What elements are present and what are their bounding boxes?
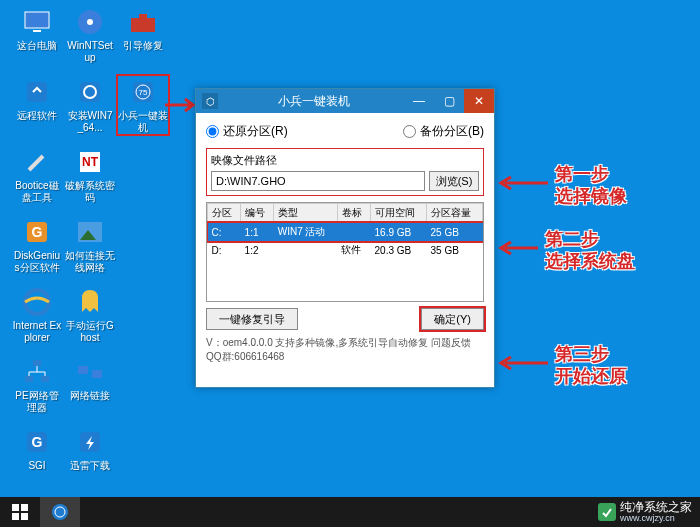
- svg-rect-23: [92, 370, 102, 378]
- icon-label: 小兵一键装机: [118, 110, 168, 134]
- restore-radio[interactable]: 还原分区(R): [206, 123, 288, 140]
- connection-icon: [74, 356, 106, 388]
- image-path-label: 映像文件路径: [211, 153, 479, 168]
- desktop-icon-bootice[interactable]: Bootice磁盘工具: [12, 146, 62, 204]
- image-path-group: 映像文件路径 浏览(S): [206, 148, 484, 196]
- desktop-icon-remote[interactable]: 远程软件: [12, 76, 62, 122]
- task-item-installer[interactable]: [40, 497, 80, 527]
- backup-radio[interactable]: 备份分区(B): [403, 123, 484, 140]
- thunder-icon: [74, 426, 106, 458]
- col-type[interactable]: 类型: [274, 204, 338, 223]
- col-partition[interactable]: 分区: [208, 204, 241, 223]
- installer-window: ⬡ 小兵一键装机 — ▢ ✕ 还原分区(R) 备份分区(B) 映像文件路径: [195, 88, 495, 388]
- desktop-icon-network-link[interactable]: 网络链接: [65, 356, 115, 402]
- col-free[interactable]: 可用空间: [371, 204, 427, 223]
- icon-label: 引导修复: [118, 40, 168, 52]
- icon-label: DiskGenius分区软件: [12, 250, 62, 274]
- svg-rect-21: [41, 376, 49, 382]
- svg-rect-4: [131, 18, 155, 32]
- network-icon: [21, 356, 53, 388]
- svg-rect-6: [27, 82, 47, 102]
- desktop-icon-thunder[interactable]: 迅雷下载: [65, 426, 115, 472]
- svg-rect-19: [33, 360, 41, 366]
- installer-icon: 75: [127, 76, 159, 108]
- watermark-name: 纯净系统之家: [620, 501, 692, 513]
- watermark-url: www.cwjzy.cn: [620, 513, 692, 523]
- app-icon: ⬡: [202, 93, 218, 109]
- start-button[interactable]: [0, 497, 40, 527]
- step3-title: 第三步: [555, 343, 627, 365]
- desktop-icon-pe-network[interactable]: PE网络管理器: [12, 356, 62, 414]
- icon-label: 网络链接: [65, 390, 115, 402]
- windows-icon: [12, 504, 28, 520]
- svg-point-18: [25, 290, 49, 314]
- minimize-button[interactable]: —: [404, 89, 434, 113]
- mode-row: 还原分区(R) 备份分区(B): [206, 123, 484, 140]
- desktop-icon-winntsetup[interactable]: WinNTSetup: [65, 6, 115, 64]
- toolbox-icon: [127, 6, 159, 38]
- disk-icon: [74, 6, 106, 38]
- icon-label: 破解系统密码: [65, 180, 115, 204]
- desktop-icon-xiaobing-installer[interactable]: 75 小兵一键装机: [118, 76, 168, 134]
- desktop-icon-this-pc[interactable]: 这台电脑: [12, 6, 62, 52]
- svg-rect-20: [25, 376, 33, 382]
- col-index[interactable]: 编号: [241, 204, 274, 223]
- desktop-icon-wifi-help[interactable]: 如何连接无线网络: [65, 216, 115, 274]
- window-title: 小兵一键装机: [224, 93, 404, 110]
- step3-annotation: 第三步 开始还原: [555, 343, 627, 387]
- icon-label: WinNTSetup: [65, 40, 115, 64]
- table-row[interactable]: C: 1:1 WIN7 活动 16.9 GB 25 GB: [208, 223, 483, 242]
- watermark: 纯净系统之家 www.cwjzy.cn: [598, 501, 692, 523]
- desktop-icon-install-win7[interactable]: 安装WIN7_64...: [65, 76, 115, 134]
- close-button[interactable]: ✕: [464, 89, 494, 113]
- svg-rect-28: [21, 504, 28, 511]
- step3-text: 开始还原: [555, 365, 627, 387]
- desktop-icon-sgi[interactable]: G SGI: [12, 426, 62, 472]
- maximize-button[interactable]: ▢: [434, 89, 464, 113]
- col-size[interactable]: 分区容量: [426, 204, 482, 223]
- icon-label: PE网络管理器: [12, 390, 62, 414]
- remote-icon: [21, 76, 53, 108]
- step1-title: 第一步: [555, 163, 627, 185]
- restore-radio-input[interactable]: [206, 125, 219, 138]
- browse-button[interactable]: 浏览(S): [429, 171, 479, 191]
- footer-info: V：oem4.0.0.0 支持多种镜像,多系统引导自动修复 问题反馈QQ群:60…: [206, 336, 484, 364]
- ok-button[interactable]: 确定(Y): [421, 308, 484, 330]
- desktop-icon-ie[interactable]: Internet Explorer: [12, 286, 62, 344]
- svg-text:G: G: [32, 434, 43, 450]
- arrow-icon: [495, 353, 550, 373]
- desktop-icon-boot-repair[interactable]: 引导修复: [118, 6, 168, 52]
- svg-point-31: [52, 504, 68, 520]
- backup-radio-input[interactable]: [403, 125, 416, 138]
- ghost-icon: [74, 286, 106, 318]
- desktop-icon-crack-password[interactable]: NT 破解系统密码: [65, 146, 115, 204]
- svg-rect-27: [12, 504, 19, 511]
- svg-rect-30: [21, 513, 28, 520]
- arrow-icon: [495, 173, 550, 193]
- icon-label: 这台电脑: [12, 40, 62, 52]
- watermark-logo-icon: [598, 503, 616, 521]
- table-row[interactable]: D: 1:2 软件 20.3 GB 35 GB: [208, 241, 483, 259]
- image-icon: [74, 216, 106, 248]
- titlebar[interactable]: ⬡ 小兵一键装机 — ▢ ✕: [196, 89, 494, 113]
- gear-icon: [74, 76, 106, 108]
- svg-rect-1: [33, 30, 41, 32]
- desktop: 这台电脑 WinNTSetup 引导修复 远程软件 安装WIN7_64... 7…: [0, 0, 700, 527]
- step2-annotation: 第二步 选择系统盘: [545, 228, 635, 272]
- fix-boot-button[interactable]: 一键修复引导: [206, 308, 298, 330]
- desktop-icon-ghost[interactable]: 手动运行Ghost: [65, 286, 115, 344]
- desktop-icon-diskgenius[interactable]: G DiskGenius分区软件: [12, 216, 62, 274]
- icon-label: 如何连接无线网络: [65, 250, 115, 274]
- svg-point-3: [87, 19, 93, 25]
- col-volume[interactable]: 卷标: [337, 204, 370, 223]
- partition-table[interactable]: 分区 编号 类型 卷标 可用空间 分区容量 C: 1:1 WIN7 活动: [206, 202, 484, 302]
- svg-text:75: 75: [139, 88, 148, 97]
- icon-label: 手动运行Ghost: [65, 320, 115, 344]
- button-row: 一键修复引导 确定(Y): [206, 308, 484, 330]
- step1-annotation: 第一步 选择镜像: [555, 163, 627, 207]
- sgi-icon: G: [21, 426, 53, 458]
- svg-rect-22: [78, 366, 88, 374]
- svg-rect-29: [12, 513, 19, 520]
- image-path-input[interactable]: [211, 171, 425, 191]
- step1-text: 选择镜像: [555, 185, 627, 207]
